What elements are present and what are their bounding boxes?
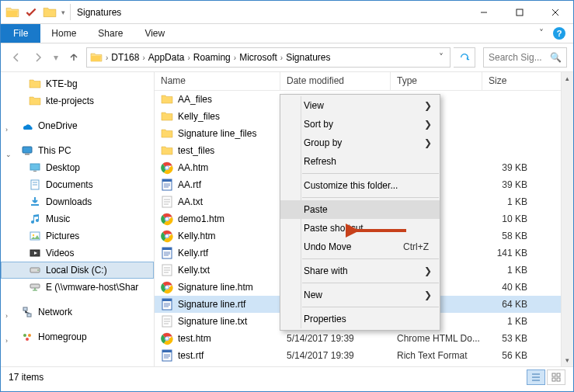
column-name[interactable]: Name: [155, 72, 280, 90]
nav-item-this-pc[interactable]: ⌄This PC: [1, 142, 154, 159]
i-dl-icon: [29, 196, 41, 208]
menu-item-sort-by[interactable]: Sort by❯: [280, 115, 440, 134]
back-button[interactable]: [7, 48, 26, 67]
scroll-thumb[interactable]: [562, 85, 573, 354]
file-name: AA.txt: [178, 196, 203, 207]
qat-properties-icon[interactable]: [24, 5, 38, 19]
nav-item-documents[interactable]: Documents: [1, 176, 154, 193]
nav-item-homegroup[interactable]: ›Homegroup: [1, 328, 154, 345]
breadcrumb-item[interactable]: Signatures: [284, 52, 332, 63]
forward-button[interactable]: [29, 48, 47, 67]
chevron-right-icon[interactable]: ›: [104, 54, 110, 62]
nav-item-label: Downloads: [46, 196, 92, 207]
chevron-right-icon[interactable]: ›: [279, 54, 284, 62]
ribbon-expand-icon[interactable]: ˅: [539, 28, 544, 39]
minimize-button[interactable]: [466, 1, 502, 23]
recent-dropdown-icon[interactable]: ▾: [50, 48, 61, 67]
nav-item-onedrive[interactable]: ›OneDrive: [1, 117, 154, 134]
file-date: 5/14/2017 19:39: [280, 350, 391, 361]
menu-item-undo-move[interactable]: Undo MoveCtrl+Z: [280, 238, 440, 256]
qat-dropdown-icon[interactable]: ▾: [61, 9, 65, 16]
breadcrumb-item[interactable]: AppData: [147, 52, 186, 63]
svg-rect-35: [557, 373, 560, 376]
menu-item-customize-this-folder-[interactable]: Customize this folder...: [280, 176, 440, 195]
nav-item-network[interactable]: ›Network: [1, 304, 154, 321]
nav-item-music[interactable]: Music: [1, 210, 154, 227]
close-button[interactable]: [537, 1, 573, 23]
tab-home[interactable]: Home: [40, 24, 87, 43]
file-size: 141 KB: [482, 248, 541, 258]
menu-item-group-by[interactable]: Group by❯: [280, 134, 440, 152]
nav-item-desktop[interactable]: Desktop: [1, 159, 154, 176]
tab-share[interactable]: Share: [87, 24, 134, 43]
svg-rect-37: [557, 378, 560, 381]
file-size: 1 KB: [482, 265, 541, 276]
column-type[interactable]: Type: [391, 72, 482, 90]
menu-item-share-with[interactable]: Share with❯: [280, 262, 440, 280]
chevron-right-icon[interactable]: ›: [5, 126, 8, 134]
i-docs-icon: [29, 179, 41, 191]
address-bar-row: ▾ › DT168› AppData› Roaming› Microsoft› …: [1, 43, 573, 71]
file-row[interactable]: test.rtf5/14/2017 19:39Rich Text Format5…: [155, 347, 573, 364]
menu-item-label: Sort by: [304, 119, 333, 130]
navigation-pane[interactable]: KTE-bgkte-projects›OneDrive⌄This PCDeskt…: [1, 72, 155, 366]
menu-item-label: Paste: [304, 204, 328, 215]
menu-item-paste[interactable]: Paste: [280, 200, 440, 219]
svg-rect-36: [552, 378, 555, 381]
breadcrumb-item[interactable]: DT168: [110, 52, 141, 63]
nav-item-kte-bg[interactable]: KTE-bg: [1, 75, 154, 92]
column-size[interactable]: Size: [482, 72, 573, 90]
menu-item-label: Refresh: [304, 156, 336, 167]
column-headers[interactable]: Name Date modified Type Size: [155, 72, 573, 91]
folder-icon: [89, 51, 104, 64]
breadcrumb-bar[interactable]: › DT168› AppData› Roaming› Microsoft› Si…: [86, 47, 451, 68]
nav-item-label: Local Disk (C:): [46, 265, 107, 276]
breadcrumb-item[interactable]: Microsoft: [238, 52, 279, 63]
scroll-down-icon[interactable]: ▾: [562, 354, 573, 366]
file-row[interactable]: test.htm5/14/2017 19:39Chrome HTML Do...…: [155, 330, 573, 347]
search-input[interactable]: Search Sig... 🔍: [483, 47, 567, 68]
file-name: AA.rtf: [178, 179, 201, 190]
chevron-right-icon[interactable]: ›: [5, 337, 8, 345]
view-details-button[interactable]: [527, 369, 545, 385]
chevron-right-icon[interactable]: ›: [186, 54, 191, 62]
view-large-icons-button[interactable]: [547, 369, 565, 385]
menu-item-view[interactable]: View❯: [280, 96, 440, 115]
file-list-pane[interactable]: Name Date modified Type Size AA_filesKel…: [155, 72, 573, 366]
nav-item-kte-projects[interactable]: kte-projects: [1, 92, 154, 109]
file-type: Chrome HTML Do...: [391, 333, 482, 344]
nav-item-e-vmware-host-shar[interactable]: E (\\vmware-host\Shar: [1, 279, 154, 296]
nav-item-downloads[interactable]: Downloads: [1, 193, 154, 210]
scroll-up-icon[interactable]: ▴: [562, 72, 573, 85]
scrollbar-vertical[interactable]: ▴ ▾: [561, 72, 573, 366]
chevron-right-icon[interactable]: ›: [5, 312, 8, 320]
column-date[interactable]: Date modified: [280, 72, 391, 90]
nav-item-label: Documents: [46, 179, 93, 190]
file-name: Kelly.htm: [178, 231, 215, 241]
tab-view[interactable]: View: [134, 24, 176, 43]
file-size: 1 KB: [482, 196, 541, 207]
menu-separator: [302, 197, 439, 198]
status-item-count: 17 items: [9, 372, 43, 383]
up-button[interactable]: [64, 48, 83, 67]
nav-item-videos[interactable]: Videos: [1, 245, 154, 262]
file-type: Rich Text Format: [391, 350, 482, 361]
chevron-right-icon[interactable]: ›: [141, 54, 146, 62]
i-pic-icon: [29, 230, 41, 242]
menu-item-refresh[interactable]: Refresh: [280, 152, 440, 171]
file-name: test.rtf: [178, 350, 204, 361]
nav-item-local-disk-c-[interactable]: Local Disk (C:): [1, 262, 154, 279]
refresh-button[interactable]: [454, 47, 475, 68]
file-name: test.htm: [178, 333, 211, 344]
menu-item-properties[interactable]: Properties: [280, 310, 440, 328]
maximize-button[interactable]: [502, 1, 537, 23]
chevron-down-icon[interactable]: ⌄: [5, 151, 12, 158]
chevron-right-icon[interactable]: ›: [232, 54, 238, 62]
menu-item-new[interactable]: New❯: [280, 286, 440, 304]
qat-newfolder-icon[interactable]: [43, 5, 57, 19]
address-dropdown-icon[interactable]: ˅: [434, 52, 448, 63]
file-tab[interactable]: File: [1, 24, 40, 43]
nav-item-pictures[interactable]: Pictures: [1, 227, 154, 245]
help-icon[interactable]: ?: [553, 27, 565, 40]
breadcrumb-item[interactable]: Roaming: [192, 52, 232, 63]
